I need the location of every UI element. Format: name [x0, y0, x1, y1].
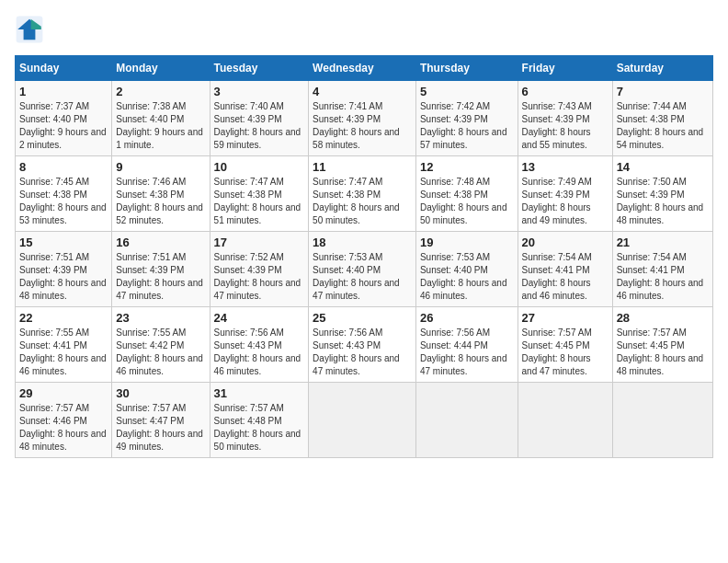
day-number: 5 [420, 85, 514, 98]
day-number: 4 [313, 85, 412, 98]
weekday-header: Saturday [612, 56, 712, 81]
calendar-cell: 23 Sunrise: 7:55 AMSunset: 4:42 PMDaylig… [112, 307, 210, 383]
calendar-cell: 7 Sunrise: 7:44 AMSunset: 4:38 PMDayligh… [612, 81, 712, 156]
calendar-cell: 1 Sunrise: 7:37 AMSunset: 4:40 PMDayligh… [16, 81, 112, 156]
calendar-row: 8 Sunrise: 7:45 AMSunset: 4:38 PMDayligh… [16, 156, 713, 232]
cell-info: Sunrise: 7:57 AMSunset: 4:45 PMDaylight:… [617, 327, 704, 376]
day-number: 20 [522, 236, 609, 249]
cell-info: Sunrise: 7:51 AMSunset: 4:39 PMDaylight:… [19, 252, 107, 301]
cell-info: Sunrise: 7:49 AMSunset: 4:39 PMDaylight:… [522, 177, 592, 225]
calendar-row: 1 Sunrise: 7:37 AMSunset: 4:40 PMDayligh… [16, 81, 713, 156]
calendar-cell: 12 Sunrise: 7:48 AMSunset: 4:38 PMDaylig… [415, 156, 518, 232]
day-number: 7 [617, 85, 709, 98]
cell-info: Sunrise: 7:43 AMSunset: 4:39 PMDaylight:… [522, 101, 592, 150]
cell-info: Sunrise: 7:57 AMSunset: 4:46 PMDaylight:… [19, 403, 107, 452]
day-number: 28 [617, 311, 709, 325]
calendar-cell: 4 Sunrise: 7:41 AMSunset: 4:39 PMDayligh… [309, 81, 416, 156]
weekday-header: Tuesday [210, 56, 309, 81]
cell-info: Sunrise: 7:54 AMSunset: 4:41 PMDaylight:… [522, 252, 592, 301]
calendar-cell: 29 Sunrise: 7:57 AMSunset: 4:46 PMDaylig… [16, 383, 112, 458]
weekday-header: Monday [112, 56, 210, 81]
day-number: 17 [214, 236, 305, 249]
calendar-row: 29 Sunrise: 7:57 AMSunset: 4:46 PMDaylig… [16, 383, 713, 458]
calendar-cell: 28 Sunrise: 7:57 AMSunset: 4:45 PMDaylig… [612, 307, 712, 383]
day-number: 10 [214, 160, 305, 174]
calendar-table: SundayMondayTuesdayWednesdayThursdayFrid… [15, 55, 713, 458]
cell-info: Sunrise: 7:57 AMSunset: 4:47 PMDaylight:… [116, 403, 203, 452]
day-number: 30 [116, 386, 205, 400]
cell-info: Sunrise: 7:37 AMSunset: 4:40 PMDaylight:… [19, 101, 107, 150]
weekday-header: Thursday [415, 56, 518, 81]
day-number: 23 [116, 311, 205, 325]
cell-info: Sunrise: 7:41 AMSunset: 4:39 PMDaylight:… [313, 101, 400, 150]
cell-info: Sunrise: 7:56 AMSunset: 4:43 PMDaylight:… [313, 327, 400, 376]
cell-info: Sunrise: 7:44 AMSunset: 4:38 PMDaylight:… [617, 101, 704, 150]
calendar-cell: 26 Sunrise: 7:56 AMSunset: 4:44 PMDaylig… [415, 307, 518, 383]
calendar-cell: 2 Sunrise: 7:38 AMSunset: 4:40 PMDayligh… [112, 81, 210, 156]
cell-info: Sunrise: 7:57 AMSunset: 4:45 PMDaylight:… [522, 327, 592, 376]
cell-info: Sunrise: 7:55 AMSunset: 4:41 PMDaylight:… [19, 327, 107, 376]
calendar-cell: 20 Sunrise: 7:54 AMSunset: 4:41 PMDaylig… [518, 232, 612, 307]
cell-info: Sunrise: 7:55 AMSunset: 4:42 PMDaylight:… [116, 327, 203, 376]
day-number: 8 [19, 160, 108, 174]
day-number: 21 [617, 236, 709, 249]
calendar-cell: 31 Sunrise: 7:57 AMSunset: 4:48 PMDaylig… [210, 383, 309, 458]
logo-icon [15, 15, 44, 44]
cell-info: Sunrise: 7:57 AMSunset: 4:48 PMDaylight:… [214, 403, 301, 452]
day-number: 12 [420, 160, 514, 174]
calendar-cell: 10 Sunrise: 7:47 AMSunset: 4:38 PMDaylig… [210, 156, 309, 232]
calendar-cell: 6 Sunrise: 7:43 AMSunset: 4:39 PMDayligh… [518, 81, 612, 156]
calendar-cell: 24 Sunrise: 7:56 AMSunset: 4:43 PMDaylig… [210, 307, 309, 383]
day-number: 2 [116, 85, 205, 98]
day-number: 29 [19, 386, 108, 400]
cell-info: Sunrise: 7:54 AMSunset: 4:41 PMDaylight:… [617, 252, 704, 301]
calendar-cell: 15 Sunrise: 7:51 AMSunset: 4:39 PMDaylig… [16, 232, 112, 307]
calendar-cell: 5 Sunrise: 7:42 AMSunset: 4:39 PMDayligh… [415, 81, 518, 156]
cell-info: Sunrise: 7:47 AMSunset: 4:38 PMDaylight:… [313, 177, 400, 225]
cell-info: Sunrise: 7:38 AMSunset: 4:40 PMDaylight:… [116, 101, 203, 150]
day-number: 11 [313, 160, 412, 174]
calendar-cell [612, 383, 712, 458]
calendar-cell: 17 Sunrise: 7:52 AMSunset: 4:39 PMDaylig… [210, 232, 309, 307]
day-number: 3 [214, 85, 305, 98]
calendar-cell [518, 383, 612, 458]
calendar-cell: 11 Sunrise: 7:47 AMSunset: 4:38 PMDaylig… [309, 156, 416, 232]
weekday-header: Sunday [16, 56, 112, 81]
day-number: 6 [522, 85, 609, 98]
cell-info: Sunrise: 7:53 AMSunset: 4:40 PMDaylight:… [420, 252, 507, 301]
calendar-cell: 9 Sunrise: 7:46 AMSunset: 4:38 PMDayligh… [112, 156, 210, 232]
calendar-cell: 30 Sunrise: 7:57 AMSunset: 4:47 PMDaylig… [112, 383, 210, 458]
day-number: 25 [313, 311, 412, 325]
calendar-row: 22 Sunrise: 7:55 AMSunset: 4:41 PMDaylig… [16, 307, 713, 383]
day-number: 18 [313, 236, 412, 249]
day-number: 1 [19, 85, 108, 98]
day-number: 13 [522, 160, 609, 174]
calendar-cell: 3 Sunrise: 7:40 AMSunset: 4:39 PMDayligh… [210, 81, 309, 156]
day-number: 19 [420, 236, 514, 249]
calendar-cell: 16 Sunrise: 7:51 AMSunset: 4:39 PMDaylig… [112, 232, 210, 307]
cell-info: Sunrise: 7:40 AMSunset: 4:39 PMDaylight:… [214, 101, 301, 150]
day-number: 24 [214, 311, 305, 325]
calendar-row: 15 Sunrise: 7:51 AMSunset: 4:39 PMDaylig… [16, 232, 713, 307]
cell-info: Sunrise: 7:51 AMSunset: 4:39 PMDaylight:… [116, 252, 203, 301]
day-number: 22 [19, 311, 108, 325]
calendar-cell: 14 Sunrise: 7:50 AMSunset: 4:39 PMDaylig… [612, 156, 712, 232]
day-number: 31 [214, 386, 305, 400]
cell-info: Sunrise: 7:46 AMSunset: 4:38 PMDaylight:… [116, 177, 203, 225]
cell-info: Sunrise: 7:56 AMSunset: 4:43 PMDaylight:… [214, 327, 301, 376]
calendar-cell: 19 Sunrise: 7:53 AMSunset: 4:40 PMDaylig… [415, 232, 518, 307]
page-header [15, 15, 713, 44]
calendar-cell: 21 Sunrise: 7:54 AMSunset: 4:41 PMDaylig… [612, 232, 712, 307]
day-number: 27 [522, 311, 609, 325]
calendar-cell: 27 Sunrise: 7:57 AMSunset: 4:45 PMDaylig… [518, 307, 612, 383]
cell-info: Sunrise: 7:53 AMSunset: 4:40 PMDaylight:… [313, 252, 400, 301]
calendar-cell [415, 383, 518, 458]
day-number: 16 [116, 236, 205, 249]
logo [15, 15, 48, 44]
weekday-header: Wednesday [309, 56, 416, 81]
day-number: 9 [116, 160, 205, 174]
weekday-header: Friday [518, 56, 612, 81]
calendar-cell: 25 Sunrise: 7:56 AMSunset: 4:43 PMDaylig… [309, 307, 416, 383]
day-number: 15 [19, 236, 108, 249]
calendar-cell: 8 Sunrise: 7:45 AMSunset: 4:38 PMDayligh… [16, 156, 112, 232]
